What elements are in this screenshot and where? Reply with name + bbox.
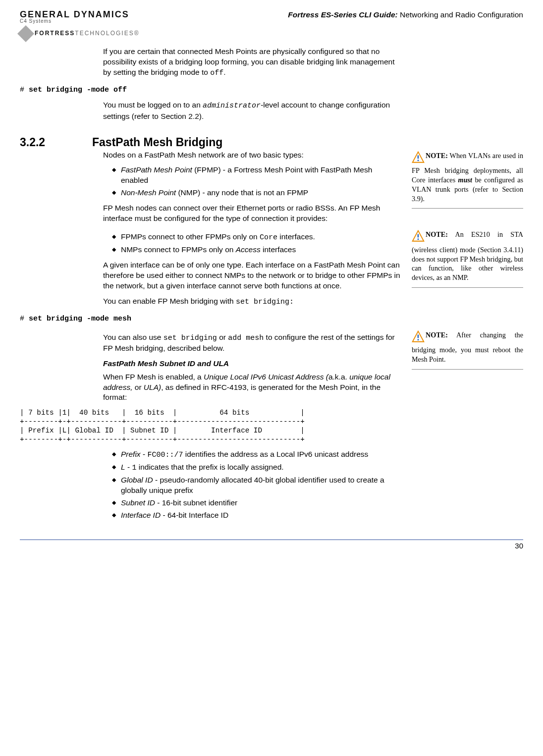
cmd1-text: set bridging -mode off bbox=[29, 86, 127, 94]
list-item: Global ID - pseudo-randomly allocated 40… bbox=[112, 475, 401, 496]
li5c-mono: FC00::/7 bbox=[147, 451, 183, 459]
p3: Nodes on a FastPath Mesh network are of … bbox=[103, 150, 401, 161]
warning-icon bbox=[412, 230, 425, 245]
li8b: - 16-bit subnet identifier bbox=[155, 498, 237, 507]
p8c: a.k.a. bbox=[328, 373, 349, 381]
li8a: Subnet ID bbox=[121, 498, 155, 507]
p6b-mono: set bridging: bbox=[236, 298, 294, 306]
logo-general-dynamics: GENERAL DYNAMICS bbox=[20, 10, 140, 19]
sidenote-reboot: NOTE: After changing the bridging mode, … bbox=[412, 329, 523, 370]
logo-fortress-text: FORTRESS bbox=[35, 30, 75, 37]
list-item: FPMPs connect to other FPMPs only on Cor… bbox=[112, 232, 401, 243]
list-item: FastPath Mesh Point (FPMP) - a Fortress … bbox=[112, 165, 401, 186]
li2a: Non-Mesh Point bbox=[121, 188, 176, 197]
p8a: When FP Mesh is enabled, a bbox=[103, 373, 204, 381]
types-list: FastPath Mesh Point (FPMP) - a Fortress … bbox=[103, 165, 401, 198]
p4: FP Mesh nodes can connect over their Eth… bbox=[103, 203, 401, 224]
p8b: Unique Local IPv6 Unicast Address ( bbox=[204, 373, 328, 381]
p2a: You must be logged on to an bbox=[103, 101, 203, 109]
p8: When FP Mesh is enabled, a Unique Local … bbox=[103, 372, 401, 403]
li1a: FastPath Mesh Point bbox=[121, 165, 192, 174]
p1c: . bbox=[223, 68, 225, 76]
li3c: interfaces. bbox=[277, 232, 315, 241]
svg-rect-7 bbox=[418, 334, 419, 338]
li4b: Access bbox=[236, 245, 261, 254]
ula-fields-list: Prefix - FC00::/7 identifies the address… bbox=[103, 449, 401, 521]
cmd1-prompt: # bbox=[20, 86, 29, 94]
cmd2-prompt: # bbox=[20, 315, 29, 323]
li2b: (NMP) - any node that is not an FPMP bbox=[176, 188, 308, 197]
p2b-mono: administrator bbox=[203, 102, 261, 110]
li5d: identifies the address as a Local IPv6 u… bbox=[183, 450, 368, 458]
warning-icon bbox=[412, 151, 425, 166]
p6: You can enable FP Mesh bridging with set… bbox=[103, 296, 401, 307]
li7a: Global ID bbox=[121, 476, 153, 484]
li3a: FPMPs connect to other FPMPs only on bbox=[121, 232, 260, 241]
sidenote-es210: NOTE: An ES210 in STA (wireless client) … bbox=[412, 229, 523, 288]
note2-label: NOTE: bbox=[426, 230, 448, 238]
list-item: Non-Mesh Point (NMP) - any node that is … bbox=[112, 188, 401, 198]
svg-point-8 bbox=[417, 339, 419, 340]
list-item: Subnet ID - 16-bit subnet identifier bbox=[112, 498, 401, 508]
title-italic: Fortress ES-Series CLI Guide: bbox=[288, 10, 397, 19]
logo-technologies-text: TECHNOLOGIES® bbox=[75, 30, 139, 37]
sidenote-vlan: NOTE: When VLANs are used in FP Mesh bri… bbox=[412, 150, 523, 209]
p6a: You can enable FP Mesh bridging with bbox=[103, 297, 236, 305]
list-item: L - 1 indicates that the prefix is local… bbox=[112, 462, 401, 473]
p1a: If you are certain that connected Mesh P… bbox=[103, 47, 394, 76]
ula-format-diagram: | 7 bits |1| 40 bits | 16 bits | 64 bits… bbox=[20, 409, 523, 444]
note1-label: NOTE: bbox=[426, 152, 448, 160]
admin-note: You must be logged on to an administrato… bbox=[103, 100, 401, 121]
logo-fortress: FORTRESSTECHNOLOGIES® bbox=[20, 28, 140, 40]
subhead-ula: FastPath Mesh Subnet ID and ULA bbox=[103, 359, 401, 369]
li4a: NMPs connect to FPMPs only on bbox=[121, 245, 236, 254]
logo-c4-systems: C4 Systems bbox=[20, 19, 140, 24]
li5b: - bbox=[141, 450, 148, 458]
page-header: GENERAL DYNAMICS C4 Systems FORTRESSTECH… bbox=[20, 10, 523, 40]
p7a: You can also use bbox=[103, 333, 163, 341]
p5: A given interface can be of only one typ… bbox=[103, 260, 401, 291]
li6d: indicates that the prefix is locally ass… bbox=[136, 463, 283, 471]
p8f: ULA) bbox=[144, 383, 161, 391]
li9a: Interface ID bbox=[121, 511, 161, 519]
section-number: 3.2.2 bbox=[20, 135, 92, 150]
list-item: NMPs connect to FPMPs only on Access int… bbox=[112, 245, 401, 255]
cmd-set-bridging-mesh: # set bridging -mode mesh bbox=[20, 314, 523, 324]
note3-label: NOTE: bbox=[426, 331, 448, 339]
li5a: Prefix bbox=[121, 450, 141, 458]
logo-block: GENERAL DYNAMICS C4 Systems FORTRESSTECH… bbox=[20, 10, 140, 40]
p7b-mono: set bridging bbox=[163, 334, 217, 342]
svg-point-2 bbox=[417, 160, 419, 161]
li6b: - bbox=[125, 463, 132, 471]
svg-rect-1 bbox=[418, 155, 419, 159]
svg-point-5 bbox=[417, 238, 419, 240]
li9b: - 64-bit Interface ID bbox=[161, 511, 228, 519]
intro-paragraph: If you are certain that connected Mesh P… bbox=[103, 47, 401, 78]
svg-rect-4 bbox=[418, 234, 419, 237]
note1b: must bbox=[458, 176, 472, 184]
li4c: interfaces bbox=[261, 245, 296, 254]
section-title: FastPath Mesh Bridging bbox=[92, 135, 222, 150]
section-heading: 3.2.2 FastPath Mesh Bridging bbox=[20, 135, 523, 150]
p7d-mono: add mesh bbox=[228, 334, 264, 342]
p7: You can also use set bridging or add mes… bbox=[103, 332, 401, 354]
li6a: L bbox=[121, 463, 125, 471]
li3b-mono: Core bbox=[260, 233, 277, 242]
interface-list: FPMPs connect to other FPMPs only on Cor… bbox=[103, 232, 401, 255]
list-item: Interface ID - 64-bit Interface ID bbox=[112, 510, 401, 521]
page-title: Fortress ES-Series CLI Guide: Networking… bbox=[288, 10, 523, 20]
list-item: Prefix - FC00::/7 identifies the address… bbox=[112, 449, 401, 460]
warning-icon bbox=[412, 330, 425, 346]
cmd-set-bridging-off: # set bridging -mode off bbox=[20, 85, 523, 95]
diamond-icon bbox=[17, 25, 34, 42]
page-number: 30 bbox=[515, 541, 523, 551]
p1b-mono: off bbox=[210, 69, 223, 77]
page-footer: 30 bbox=[20, 540, 523, 551]
cmd2-text: set bridging -mode mesh bbox=[29, 315, 131, 323]
li7b: - pseudo-randomly allocated 40-bit globa… bbox=[121, 476, 384, 494]
title-rest: Networking and Radio Configuration bbox=[398, 10, 523, 19]
p8e: or bbox=[132, 383, 143, 391]
p7c: or bbox=[217, 333, 228, 341]
